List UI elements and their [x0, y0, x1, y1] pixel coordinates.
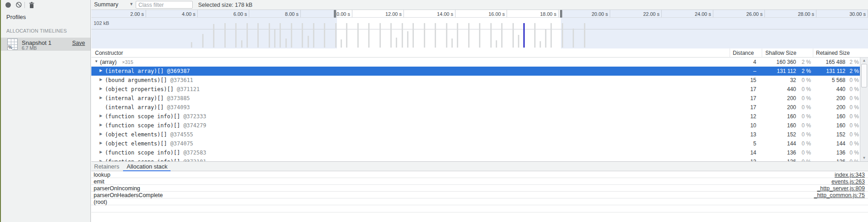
- allocation-bar: [435, 23, 436, 48]
- expand-icon[interactable]: ▶: [100, 132, 102, 136]
- expand-icon[interactable]: ▶: [100, 123, 102, 127]
- stack-frame-row[interactable]: lookupindex.js:343: [91, 171, 868, 178]
- ruler-tick: [455, 10, 455, 17]
- column-retained-size[interactable]: Retained Size: [816, 50, 850, 56]
- table-row[interactable]: ▶(function scope info)[] @372333121600 %…: [91, 112, 868, 121]
- grid-cell: 0 %: [796, 131, 811, 138]
- tab-allocation-stack[interactable]: Allocation stack: [127, 163, 167, 170]
- delete-icon[interactable]: [28, 2, 35, 10]
- allocation-bar: [451, 39, 453, 48]
- table-row[interactable]: ▶(function scope info)[] @372583141360 %…: [91, 148, 868, 157]
- object-id: @374555: [167, 131, 193, 138]
- grid-cell: 200: [762, 95, 796, 101]
- collapse-icon[interactable]: ▼: [95, 59, 98, 63]
- grid-cell: 0 %: [796, 122, 811, 129]
- expand-icon[interactable]: ▶: [100, 87, 102, 91]
- ruler-tick-label: 20.00 s: [581, 11, 608, 17]
- expand-icon[interactable]: ▶: [100, 77, 102, 82]
- tab-retainers[interactable]: Retainers: [94, 163, 119, 170]
- source-link[interactable]: index.js:343: [835, 172, 865, 178]
- table-row[interactable]: ▶(object elements)[] @374555131520 %1520…: [91, 130, 868, 139]
- grid-cell: 200: [813, 95, 845, 101]
- save-link[interactable]: Save: [72, 40, 85, 46]
- table-row[interactable]: ▶(function scope info)[] @372101131360 %…: [91, 157, 868, 161]
- table-row[interactable]: ▶(internal array)[] @373885172000 %2000 …: [91, 94, 868, 103]
- allocation-bars: [91, 17, 868, 48]
- allocation-bar: [501, 23, 503, 48]
- stack-frame-row[interactable]: parserOnHeadersComplete_http_common.js:7…: [91, 192, 868, 198]
- perspective-select[interactable]: Summary: [94, 1, 118, 8]
- ruler-tick-label: 4.00 s: [168, 11, 195, 17]
- source-link[interactable]: _http_server.js:809: [817, 185, 865, 192]
- column-distance[interactable]: Distance: [733, 50, 754, 56]
- chevron-down-icon[interactable]: ▼: [129, 2, 133, 6]
- ruler-tick: [816, 10, 816, 17]
- expand-icon[interactable]: ▶: [100, 68, 102, 72]
- table-row[interactable]: (internal array)[] @374093172000 %2000 %: [91, 103, 868, 112]
- clear-icon[interactable]: [15, 1, 22, 10]
- grid-cell: 12: [730, 113, 756, 120]
- ruler-tick-label: 30.00 s: [839, 11, 866, 17]
- stack-frame-row[interactable]: (root): [91, 198, 868, 205]
- expand-icon[interactable]: ▶: [100, 114, 102, 118]
- expand-icon[interactable]: ▶: [100, 141, 102, 145]
- grid-cell: 160: [813, 122, 845, 129]
- scroll-up-icon[interactable]: ▲: [860, 58, 868, 63]
- grid-cell: 0 %: [845, 113, 859, 120]
- allocation-bar: [379, 23, 381, 48]
- grid-cell: 0 %: [796, 86, 811, 92]
- grid-cell: 152: [762, 131, 796, 138]
- object-id: @372333: [180, 113, 206, 120]
- allocation-stack-pane: lookupindex.js:343emitevents.js:263parse…: [91, 171, 868, 212]
- sidebar-item-snapshot-1[interactable]: % Snapshot 1 6.7 MB Save: [1, 38, 90, 51]
- table-row[interactable]: ▼(array)×3154160 3602 %165 4882 %: [91, 58, 868, 67]
- ruler-tick: [610, 10, 610, 17]
- source-link[interactable]: events.js:263: [831, 179, 865, 185]
- scroll-down-icon[interactable]: ▼: [860, 156, 868, 160]
- ruler-tick-label: 18.00 s: [529, 11, 556, 17]
- table-row[interactable]: ▶(object elements)[] @37407551440 %1440 …: [91, 139, 868, 148]
- allocation-bar: [257, 23, 259, 48]
- stack-frame-row[interactable]: emitevents.js:263: [91, 178, 868, 185]
- table-row[interactable]: ▶(object properties)[] @371121174400 %44…: [91, 85, 868, 94]
- grid-cell: 0 %: [796, 140, 811, 147]
- selection-grip-right[interactable]: [560, 10, 562, 18]
- grid-cell: 15: [730, 77, 756, 83]
- function-name: emit: [94, 179, 104, 185]
- object-id: @369387: [164, 68, 190, 74]
- grid-scrollbar[interactable]: ▲ ▼: [860, 58, 868, 161]
- ruler-tick-label: 28.00 s: [787, 11, 814, 17]
- grid-cell: 136: [762, 150, 796, 156]
- object-id: @373611: [167, 77, 193, 83]
- allocation-bar: [413, 23, 414, 48]
- object-id: @371121: [174, 86, 200, 92]
- table-row[interactable]: ▶(internal array)[] @369387–131 1122 %13…: [91, 67, 868, 76]
- ruler-tick-label: 26.00 s: [735, 11, 763, 17]
- allocation-bar: [540, 41, 541, 48]
- class-filter-input[interactable]: [136, 1, 193, 9]
- expand-icon[interactable]: ▶: [100, 150, 102, 154]
- grid-cell: 165 488: [813, 59, 845, 65]
- selection-grip-left[interactable]: [334, 10, 336, 18]
- allocation-bar: [562, 23, 563, 48]
- record-button[interactable]: [5, 2, 11, 8]
- constructor-name: (array)×315: [100, 59, 133, 65]
- column-constructor[interactable]: Constructor: [95, 50, 123, 56]
- stack-frame-row[interactable]: parserOnIncoming_http_server.js:809: [91, 185, 868, 192]
- allocation-bar: [545, 29, 546, 48]
- constructor-name: (internal array)[] @369387: [105, 68, 190, 74]
- profiles-sidebar: Profiles ALLOCATION TIMELINES % Snapshot…: [1, 0, 91, 222]
- snapshot-size: 6.7 MB: [22, 45, 37, 51]
- allocation-bar: [490, 23, 492, 48]
- table-row[interactable]: ▶(bound arguments)[] @37361115320 %5 568…: [91, 76, 868, 85]
- allocation-bar: [346, 23, 347, 48]
- source-link[interactable]: _http_common.js:75: [814, 192, 865, 198]
- column-shallow-size[interactable]: Shallow Size: [765, 50, 797, 56]
- allocation-bar: [534, 23, 536, 48]
- scrollbar-thumb[interactable]: [861, 64, 867, 87]
- grid-cell: 0 %: [845, 150, 859, 156]
- constructor-name: (object elements)[] @374555: [105, 131, 193, 138]
- table-row[interactable]: ▶(function scope info)[] @374279101600 %…: [91, 121, 868, 130]
- grid-cell: 0 %: [845, 140, 859, 147]
- expand-icon[interactable]: ▶: [100, 96, 102, 100]
